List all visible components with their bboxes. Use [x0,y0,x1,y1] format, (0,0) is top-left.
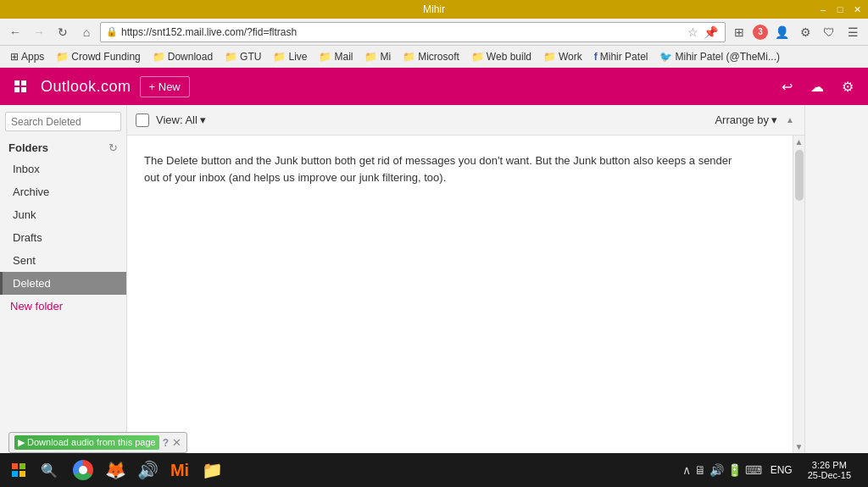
bookmark-live[interactable]: 📁 Live [268,49,312,64]
firefox-icon: 🦊 [105,460,126,480]
forward-button[interactable]: → [29,22,49,42]
bookmark-mihir-twitter[interactable]: 🐦 Mihir Patel (@TheMi...) [654,49,785,64]
email-toolbar: View: All ▾ Arrange by ▾ ▲ [127,105,804,136]
tray-keyboard-icon[interactable]: ⌨ [745,463,762,477]
minimize-button[interactable]: – [815,3,831,16]
folder-icon: 📁 [273,51,286,63]
empty-folder-message: The Delete button and the Junk button bo… [144,152,737,185]
folder-sent[interactable]: Sent [0,249,126,272]
bookmark-mi[interactable]: 📁 Mi [359,49,396,64]
scroll-up-arrow[interactable]: ▲ [786,115,794,125]
view-all-button[interactable]: View: All ▾ [156,113,206,126]
language-indicator[interactable]: ENG [767,464,796,476]
undo-button[interactable]: ↩ [775,75,798,98]
svg-rect-6 [12,471,18,477]
scrollbar-up-icon[interactable]: ▲ [793,136,804,148]
folders-header: Folders ↻ [0,138,126,158]
bookmark-gtu[interactable]: 📁 GTU [220,49,266,64]
taskbar-tray: ∧ 🖥 🔊 🔋 ⌨ ENG 3:26 PM 25-Dec-15 [676,460,865,480]
arrange-by-button[interactable]: Arrange by ▾ [715,113,777,126]
taskbar-app-3[interactable]: 🔊 [132,455,163,485]
menu-button[interactable]: ☰ [843,22,863,42]
sidebar: 🔍 Folders ↻ Inbox Archive Junk Drafts Se… [0,105,127,453]
taskbar-clock[interactable]: 3:26 PM 25-Dec-15 [801,460,858,480]
bookmark-mail[interactable]: 📁 Mail [314,49,358,64]
svg-rect-7 [19,471,25,477]
close-button[interactable]: ✕ [849,3,865,16]
refresh-button[interactable]: ↻ [53,22,73,42]
taskbar-search-button[interactable]: 🔍 [34,455,64,485]
search-input[interactable] [11,116,138,128]
taskbar-firefox-app[interactable]: 🦊 [100,455,131,485]
folders-refresh-icon[interactable]: ↻ [108,141,118,154]
taskbar-mi-app[interactable]: Mi [164,455,195,485]
taskbar-chrome-app[interactable] [68,455,98,485]
outlook-header: Outlook.com + New ↩ ☁ ⚙ [0,68,868,105]
audio-help-button[interactable]: ? [163,437,169,449]
titlebar-controls: – □ ✕ [815,3,865,16]
folder-junk[interactable]: Junk [0,203,126,226]
scrollbar-down-icon[interactable]: ▼ [793,440,804,453]
folder-icon: 📁 [543,51,556,63]
pin-button[interactable]: 📌 [702,25,720,39]
chevron-down-icon: ▾ [200,113,206,126]
nav-right-buttons: ⊞ 3 👤 ⚙ 🛡 ☰ [729,22,863,42]
back-button[interactable]: ← [5,22,25,42]
titlebar-title: Mihir [423,3,445,15]
address-bar[interactable]: 🔒 https://snt152.mail.live.com/?fid=fltr… [100,22,726,42]
email-list-content: The Delete button and the Junk button bo… [127,136,793,453]
svg-rect-4 [12,463,18,469]
search-box[interactable]: 🔍 [5,112,121,131]
taskbar-explorer-app[interactable]: 📁 [197,455,227,485]
tray-network-icon[interactable]: 🖥 [694,463,706,477]
bookmark-mihir-fb[interactable]: f Mihir Patel [589,49,654,64]
apps-grid-button[interactable] [8,75,32,98]
folder-icon: 📁 [153,51,165,63]
folder-icon: 📁 [471,51,484,63]
folder-archive[interactable]: Archive [0,180,126,203]
star-button[interactable]: ☆ [686,25,700,39]
folder-icon: 📁 [225,51,237,63]
security-button[interactable]: 🛡 [819,22,839,42]
folder-deleted[interactable]: Deleted [0,272,126,295]
bookmark-work[interactable]: 📁 Work [538,49,587,64]
email-list-area: The Delete button and the Junk button bo… [127,136,804,453]
scroll-thumb[interactable] [795,150,804,201]
twitter-icon: 🐦 [659,51,672,63]
taskbar: 🔍 🦊 🔊 Mi 📁 ∧ 🖥 🔊 🔋 ⌨ ENG [0,453,868,487]
select-all-checkbox[interactable] [136,113,149,127]
svg-rect-5 [19,463,25,469]
bookmark-web-build[interactable]: 📁 Web build [466,49,537,64]
new-button[interactable]: + New [140,76,190,97]
tray-volume-icon[interactable]: 🔊 [709,463,724,477]
mi-icon: Mi [170,461,189,480]
maximize-button[interactable]: □ [832,3,848,16]
bookmark-microsoft[interactable]: 📁 Microsoft [398,49,465,64]
bookmark-crowd-funding[interactable]: 📁 Crowd Funding [51,49,145,64]
header-right-buttons: ↩ ☁ ⚙ [775,75,860,98]
tray-up-arrow[interactable]: ∧ [682,463,691,477]
settings-gear-button[interactable]: ⚙ [836,75,860,98]
scrollbar-right[interactable]: ▲ ▼ [793,136,804,453]
start-button[interactable] [3,455,34,485]
bookmark-apps[interactable]: ⊞ Apps [5,49,49,64]
user-button[interactable]: 👤 [771,22,792,42]
extensions-button[interactable]: ⊞ [729,22,749,42]
chrome-icon [73,460,93,480]
tray-battery-icon[interactable]: 🔋 [727,463,742,477]
address-actions: ☆ 📌 [686,25,720,39]
folder-inbox[interactable]: Inbox [0,158,126,180]
folder-icon: 📁 [319,51,331,63]
new-folder-link[interactable]: New folder [0,295,126,318]
folder-drafts[interactable]: Drafts [0,226,126,249]
bookmark-download[interactable]: 📁 Download [147,49,218,64]
facebook-icon: f [594,51,598,63]
settings-button[interactable]: ⚙ [795,22,815,42]
clock-date: 25-Dec-15 [808,470,851,480]
folder-icon: 📁 [364,51,377,63]
audio-close-button[interactable]: ✕ [172,436,181,449]
arrange-chevron-icon: ▾ [771,113,777,126]
audio-play-button[interactable]: ▶ Download audio from this page [14,435,159,450]
home-button[interactable]: ⌂ [76,22,97,42]
skype-button[interactable]: ☁ [805,75,829,98]
